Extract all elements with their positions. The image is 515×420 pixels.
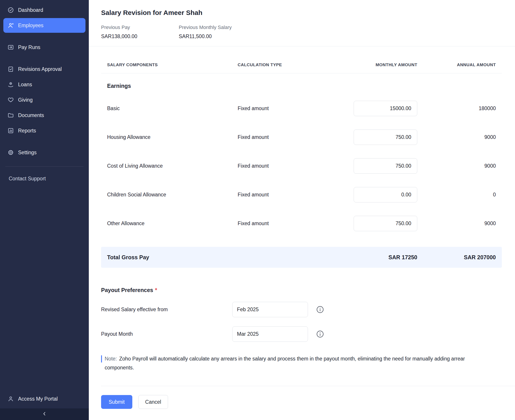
contact-support-label: Contact Support [9, 176, 46, 182]
previous-monthly-salary-label: Previous Monthly Salary [179, 24, 232, 30]
monthly-amount-input[interactable] [354, 216, 417, 231]
table-row: Basic Fixed amount 180000 [107, 101, 496, 116]
documents-icon [7, 112, 14, 119]
giving-icon [7, 96, 14, 104]
sidebar-item-employees[interactable]: Employees [3, 18, 85, 33]
component-name: Children Social Allowance [107, 192, 238, 198]
sidebar-item-label: Revisions Approval [18, 66, 62, 72]
annual-amount: 9000 [417, 220, 496, 226]
total-label: Total Gross Pay [107, 254, 238, 261]
contact-support-link[interactable]: Contact Support [3, 172, 85, 185]
sidebar-item-label: Settings [18, 150, 37, 156]
previous-pay-value: SAR138,000.00 [101, 33, 179, 39]
column-header-salary-components: SALARY COMPONENTS [107, 62, 238, 67]
pay-runs-icon [7, 44, 14, 51]
component-name: Other Allowance [107, 220, 238, 226]
total-gross-pay-row: Total Gross Pay SAR 17250 SAR 207000 [101, 247, 502, 268]
earnings-section-title: Earnings [107, 83, 496, 89]
revised-salary-effective-from-label: Revised Salary effective from [101, 307, 232, 313]
sidebar-divider [5, 166, 84, 166]
component-name: Basic [107, 105, 238, 112]
sidebar-item-pay-runs[interactable]: Pay Runs [3, 40, 85, 55]
calculation-type: Fixed amount [238, 105, 327, 112]
access-my-portal-link[interactable]: Access My Portal [3, 391, 85, 406]
calculation-type: Fixed amount [238, 220, 327, 226]
submit-button[interactable]: Submit [101, 395, 132, 409]
annual-amount: 180000 [417, 105, 496, 112]
sidebar-item-giving[interactable]: Giving [3, 92, 85, 107]
sidebar-item-documents[interactable]: Documents [3, 108, 85, 123]
arrears-note: Note:Zoho Payroll will automatically cal… [101, 354, 476, 372]
table-row: Housing Allowance Fixed amount 9000 [107, 129, 496, 145]
column-header-annual-amount: ANNUAL AMOUNT [417, 62, 496, 67]
note-label: Note: [105, 356, 117, 362]
sidebar-item-label: Pay Runs [18, 44, 40, 50]
sidebar-item-reports[interactable]: Reports [3, 123, 85, 138]
payout-month-input[interactable] [232, 326, 308, 342]
monthly-amount-input[interactable] [354, 129, 417, 145]
payout-month-label: Payout Month [101, 331, 232, 337]
sidebar-item-label: Giving [18, 97, 33, 103]
note-text: Zoho Payroll will automatically calculat… [105, 356, 465, 370]
sidebar-item-dashboard[interactable]: Dashboard [3, 3, 85, 17]
cancel-button[interactable]: Cancel [138, 395, 168, 409]
column-header-calculation-type: CALCULATION TYPE [238, 62, 327, 67]
payout-month-row: Payout Month [101, 326, 502, 342]
loans-icon [7, 81, 14, 88]
calculation-type: Fixed amount [238, 163, 327, 169]
total-monthly-amount: SAR 17250 [327, 254, 417, 261]
salary-table: SALARY COMPONENTS CALCULATION TYPE MONTH… [89, 46, 515, 372]
sidebar-collapse-button[interactable] [0, 408, 89, 420]
annual-amount: 9000 [417, 163, 496, 169]
sidebar-item-settings[interactable]: Settings [3, 145, 85, 160]
previous-monthly-salary-block: Previous Monthly Salary SAR11,500.00 [179, 24, 232, 39]
monthly-amount-input[interactable] [354, 187, 417, 202]
settings-icon [7, 149, 14, 156]
annual-amount: 0 [417, 192, 496, 198]
employees-icon [7, 22, 14, 29]
column-header-monthly-amount: MONTHLY AMOUNT [327, 62, 417, 67]
previous-pay-label: Previous Pay [101, 24, 179, 30]
access-my-portal-label: Access My Portal [18, 396, 58, 402]
annual-amount: 9000 [417, 134, 496, 140]
sidebar-item-label: Employees [18, 22, 44, 29]
component-name: Cost of Living Allowance [107, 163, 238, 169]
monthly-amount-input[interactable] [354, 101, 417, 116]
info-icon[interactable] [316, 330, 324, 338]
sidebar-item-revisions-approval[interactable]: Revisions Approval [3, 62, 85, 76]
portal-user-icon [7, 395, 14, 403]
page-header: Salary Revision for Ameer Shah Previous … [89, 0, 515, 46]
required-asterisk: * [155, 287, 157, 293]
component-name: Housing Allowance [107, 134, 238, 140]
action-buttons: Submit Cancel [101, 395, 515, 409]
sidebar-item-label: Loans [18, 82, 32, 88]
reports-icon [7, 127, 14, 135]
info-icon[interactable] [316, 306, 324, 313]
revisions-approval-icon [7, 66, 14, 73]
sidebar-item-label: Dashboard [18, 7, 43, 13]
revised-salary-effective-from-input[interactable] [232, 302, 308, 317]
monthly-amount-input[interactable] [354, 158, 417, 174]
sidebar-item-label: Documents [18, 112, 44, 118]
dashboard-icon [7, 7, 14, 14]
sidebar-item-label: Reports [18, 128, 36, 134]
chevron-left-icon [41, 411, 47, 418]
sidebar-nav: Dashboard Employees Pay Runs Revisions A… [0, 0, 89, 160]
calculation-type: Fixed amount [238, 192, 327, 198]
revised-salary-effective-from-row: Revised Salary effective from [101, 302, 502, 317]
main-content: Salary Revision for Ameer Shah Previous … [89, 0, 515, 420]
payout-preferences-title: Payout Preferences [101, 287, 153, 293]
footer-divider [101, 386, 515, 386]
sidebar: Dashboard Employees Pay Runs Revisions A… [0, 0, 89, 420]
table-row: Children Social Allowance Fixed amount 0 [107, 187, 496, 202]
page-title: Salary Revision for Ameer Shah [101, 9, 502, 16]
calculation-type: Fixed amount [238, 134, 327, 140]
table-row: Other Allowance Fixed amount 9000 [107, 216, 496, 231]
total-annual-amount: SAR 207000 [417, 254, 496, 261]
previous-pay-block: Previous Pay SAR138,000.00 [101, 24, 179, 39]
table-row: Cost of Living Allowance Fixed amount 90… [107, 158, 496, 174]
table-header-row: SALARY COMPONENTS CALCULATION TYPE MONTH… [101, 46, 502, 73]
sidebar-item-loans[interactable]: Loans [3, 77, 85, 92]
payout-preferences-heading: Payout Preferences* [101, 287, 502, 293]
previous-monthly-salary-value: SAR11,500.00 [179, 33, 232, 39]
